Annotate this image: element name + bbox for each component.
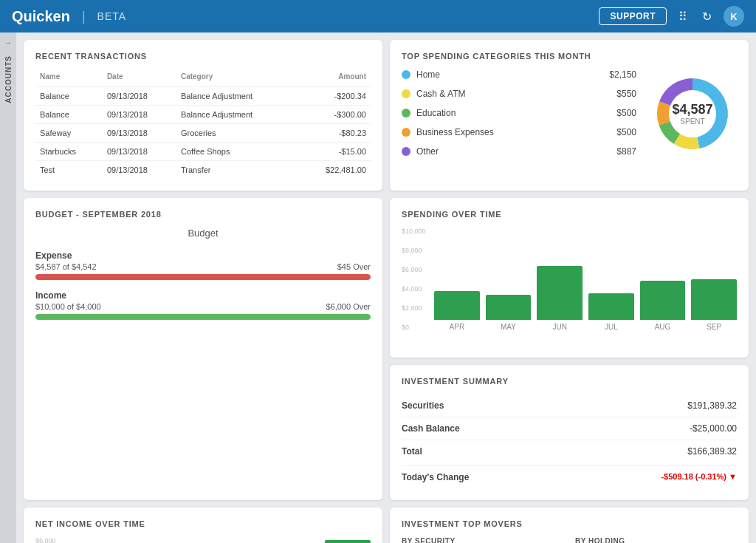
spending-dot-icon <box>402 109 410 117</box>
table-row[interactable]: Safeway 09/13/2018 Groceries -$80.23 <box>35 124 371 143</box>
movers-inner: BY SECURITY Apple Inc $223.80 AAPL -$2.6… <box>402 537 737 543</box>
table-row[interactable]: Test 09/13/2018 Transfer $22,481.00 <box>35 161 371 180</box>
recent-transactions-title: RECENT TRANSACTIONS <box>35 52 371 61</box>
spending-category-label: Cash & ATM <box>416 89 611 99</box>
budget-item-over: $6,000 Over <box>326 302 371 311</box>
spending-category-amount: $887 <box>616 146 636 157</box>
budget-items: Expense $4,587 of $4,542 $45 Over Income… <box>35 250 371 320</box>
inv-row-label: Cash Balance <box>402 423 460 434</box>
bar-col: JUL <box>588 228 634 331</box>
bar-label: MAY <box>501 323 516 331</box>
net-bar-col: APR <box>65 537 111 543</box>
spending-time-title: SPENDING OVER TIME <box>402 210 737 219</box>
bar-fill <box>640 281 686 320</box>
table-row[interactable]: Balance 09/13/2018 Balance Adjustment -$… <box>35 106 371 124</box>
top-spending-title: TOP SPENDING CATEGORIES THIS MONTH <box>402 52 737 61</box>
support-button[interactable]: SUPPORT <box>599 7 667 25</box>
tx-amount: -$200.34 <box>297 87 371 106</box>
bar-col: JUN <box>537 228 583 331</box>
net-bar-col: MAY <box>117 537 162 543</box>
budget-bar-fill <box>35 314 371 320</box>
donut-center: $4,587 SPENT <box>672 102 712 126</box>
spending-category-label: Other <box>416 146 611 157</box>
spending-dot-icon <box>402 147 410 156</box>
net-y-axis: $6,000 $4,000 $2,000 $0 <box>35 537 56 543</box>
spending-chart-wrapper: $10,000 $8,000 $6,000 $4,000 $2,000 $0 A… <box>402 228 737 346</box>
tx-category: Balance Adjustment <box>176 106 297 124</box>
spending-category-label: Education <box>416 108 611 118</box>
layout: → ACCOUNTS RECENT TRANSACTIONS Name Date… <box>0 33 756 543</box>
net-income-bars: APR MAY JUN JUL AUG SEP <box>65 537 371 543</box>
tx-name: Test <box>35 161 103 180</box>
tx-category: Groceries <box>176 124 297 143</box>
sidebar-accounts-label[interactable]: ACCOUNTS <box>4 55 13 103</box>
investment-summary-rows: Securities $191,389.32 Cash Balance -$25… <box>402 395 737 462</box>
net-bar-col: SEP <box>325 537 371 543</box>
by-security-title: BY SECURITY <box>402 537 563 543</box>
bar-fill <box>588 293 634 320</box>
right-mid-col: SPENDING OVER TIME $10,000 $8,000 $6,000… <box>390 198 749 500</box>
col-amount: Amount <box>297 69 371 87</box>
donut-label: SPENT <box>672 117 712 126</box>
refresh-icon[interactable]: ↻ <box>699 7 715 27</box>
tx-amount: -$15.00 <box>297 143 371 161</box>
bar-col: APR <box>434 228 480 331</box>
net-bar-col: JUN <box>169 537 215 543</box>
table-row[interactable]: Balance 09/13/2018 Balance Adjustment -$… <box>35 87 371 106</box>
by-security-col: BY SECURITY Apple Inc $223.80 AAPL -$2.6… <box>402 537 563 543</box>
spending-category-row: Other $887 <box>402 146 636 157</box>
change-value: -$509.18 (-0.31%) ▼ <box>661 472 737 482</box>
tx-date: 09/13/2018 <box>103 161 176 180</box>
by-holding-col: BY HOLDING Apple Inc $55,950.00 AAPL -$6… <box>575 537 737 543</box>
bar-col: MAY <box>486 228 532 331</box>
sidebar-arrow-icon[interactable]: → <box>4 38 12 47</box>
change-label: Today's Change <box>402 472 469 482</box>
investment-change-row: Today's Change -$509.18 (-0.31%) ▼ <box>402 465 737 488</box>
tx-name: Balance <box>35 87 103 106</box>
table-row[interactable]: Starbucks 09/13/2018 Coffee Shops -$15.0… <box>35 143 371 161</box>
main-content: RECENT TRANSACTIONS Name Date Category A… <box>16 33 756 543</box>
change-arrow-icon: ▼ <box>729 472 737 481</box>
transactions-table: Name Date Category Amount Balance 09/13/… <box>35 69 371 179</box>
budget-bar-bg <box>35 314 371 320</box>
y-label-4: $2,000 <box>402 304 426 312</box>
bar-label: APR <box>450 323 465 331</box>
y-label-5: $0 <box>402 324 426 331</box>
by-holding-title: BY HOLDING <box>575 537 737 543</box>
spending-dot-icon <box>402 128 410 137</box>
donut-total: $4,587 <box>672 102 712 117</box>
top-movers-title: INVESTMENT TOP MOVERS <box>402 519 737 528</box>
net-bar-col: AUG <box>272 537 318 543</box>
tx-date: 09/13/2018 <box>103 106 176 124</box>
inv-row-value: $191,389.32 <box>687 400 737 411</box>
inv-row-label: Securities <box>402 400 444 411</box>
net-y-label-0: $6,000 <box>35 537 56 543</box>
tx-amount: -$80.23 <box>297 124 371 143</box>
avatar[interactable]: K <box>724 6 744 27</box>
recent-transactions-card: RECENT TRANSACTIONS Name Date Category A… <box>24 40 382 191</box>
spending-category-row: Business Expenses $500 <box>402 127 636 137</box>
y-label-0: $10,000 <box>402 228 426 235</box>
budget-bar-bg <box>35 274 371 280</box>
change-value-text: -$509.18 (-0.31%) <box>661 472 726 481</box>
col-date: Date <box>103 69 176 87</box>
y-label-1: $8,000 <box>402 247 426 254</box>
apps-icon[interactable]: ⠿ <box>676 7 690 27</box>
beta-label: BETA <box>97 10 127 22</box>
tx-name: Starbucks <box>35 143 103 161</box>
bar-col: AUG <box>640 228 686 331</box>
tx-category: Transfer <box>176 161 297 180</box>
net-income-card: NET INCOME OVER TIME $6,000 $4,000 $2,00… <box>24 508 382 543</box>
net-bar-fill <box>325 540 371 543</box>
tx-amount: -$300.00 <box>297 106 371 124</box>
top-spending-card: TOP SPENDING CATEGORIES THIS MONTH Home … <box>390 40 749 191</box>
budget-item: Income $10,000 of $4,000 $6,000 Over <box>35 290 371 320</box>
spending-dot-icon <box>402 89 410 98</box>
spending-category-row: Cash & ATM $550 <box>402 89 636 99</box>
investment-summary-card: INVESTMENT SUMMARY Securities $191,389.3… <box>390 365 749 500</box>
tx-name: Balance <box>35 106 103 124</box>
budget-item-actual: $10,000 of $4,000 <box>35 302 101 311</box>
budget-item-sub: $10,000 of $4,000 $6,000 Over <box>35 302 371 311</box>
spending-category-amount: $2,150 <box>609 69 636 80</box>
inv-row-label: Total <box>402 446 422 457</box>
